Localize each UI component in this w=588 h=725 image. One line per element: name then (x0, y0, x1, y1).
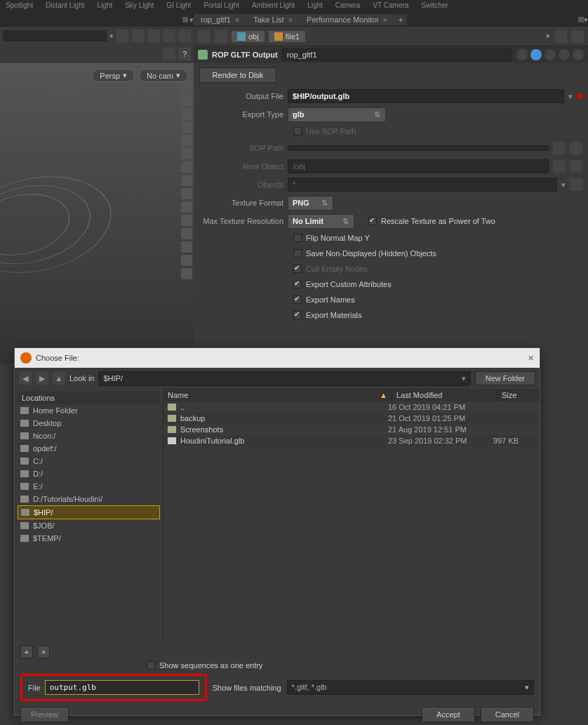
vp-tool-icon[interactable] (181, 148, 192, 159)
lock-icon[interactable] (147, 29, 160, 42)
ribbon-item[interactable]: Spotlight (0, 0, 39, 13)
file-chip[interactable]: file1 (269, 31, 305, 42)
vp-tool-icon[interactable] (181, 201, 192, 213)
nav-fwd-icon[interactable] (215, 30, 227, 43)
help-icon[interactable] (573, 49, 584, 60)
flip-checkbox[interactable] (293, 234, 302, 242)
col-size[interactable]: Size (497, 389, 540, 401)
location-item[interactable]: $TEMP/ (18, 532, 160, 545)
ribbon-item[interactable]: Switcher (415, 0, 453, 13)
file-row[interactable]: HoudiniTutorial.glb23 Sep 2019 02:32 PM9… (163, 435, 540, 446)
location-item[interactable]: Home Folder (18, 404, 160, 417)
dropdown-icon[interactable]: ▾ (568, 92, 573, 101)
cancel-button[interactable]: Cancel (481, 707, 534, 722)
nav-back-icon[interactable]: ◀ (19, 372, 32, 385)
vp-tool-icon[interactable] (181, 108, 192, 119)
jump-icon[interactable] (553, 142, 566, 154)
vp-tool-icon[interactable] (181, 241, 192, 253)
close-icon[interactable]: × (383, 15, 387, 24)
persp-dropdown[interactable]: Persp▾ (92, 69, 135, 82)
hidden-checkbox[interactable] (293, 249, 302, 258)
exp-names-checkbox[interactable] (293, 295, 302, 304)
ribbon-item[interactable]: Sky Light (119, 0, 159, 13)
file-row[interactable]: Screenshots21 Aug 2019 12:51 PM (163, 424, 540, 435)
ribbon-item[interactable]: Camera (330, 0, 366, 13)
option-icon[interactable] (163, 48, 175, 60)
file-row[interactable]: ..16 Oct 2019 04:21 PM (163, 401, 540, 413)
pane-menu-icon[interactable] (578, 17, 584, 22)
shade-icon[interactable] (178, 29, 191, 42)
vp-tool-icon[interactable] (181, 81, 192, 93)
output-file-input[interactable]: $HIP/output.glb (288, 89, 564, 103)
render-to-disk-button[interactable]: Render to Disk (199, 67, 276, 83)
search-icon[interactable] (544, 49, 556, 60)
jump-icon[interactable] (553, 160, 566, 173)
dropdown-icon[interactable]: ▾ (561, 180, 566, 189)
export-type-select[interactable]: glb⇅ (288, 107, 386, 122)
file-name-input[interactable] (45, 680, 199, 695)
add-location-button[interactable]: + (20, 646, 33, 658)
vp-tool-icon[interactable] (181, 135, 192, 146)
chooser-icon[interactable] (570, 160, 582, 173)
dropdown-icon[interactable]: ▾ (109, 32, 114, 41)
objects-input[interactable]: * (288, 178, 557, 192)
filter-select[interactable]: *.gltf, *.glb▾ (287, 680, 534, 695)
accept-button[interactable]: Accept (422, 707, 475, 722)
dropdown-icon[interactable]: ▾ (546, 32, 550, 41)
preview-button[interactable]: Preview (20, 707, 69, 722)
h-icon[interactable] (530, 49, 542, 60)
close-icon[interactable]: ✕ (528, 354, 534, 363)
lookin-input[interactable]: $HIP/▾ (98, 371, 470, 386)
rescale-checkbox[interactable] (368, 217, 377, 225)
location-item[interactable]: D:/ (18, 467, 160, 480)
ribbon-item[interactable]: Ambient Light (246, 0, 300, 13)
vp-tool-icon[interactable] (181, 268, 192, 279)
chooser-icon[interactable] (570, 142, 582, 154)
location-item[interactable]: C:/ (18, 455, 160, 467)
tab-take-list[interactable]: Take List× (246, 14, 300, 25)
obj-chip[interactable]: obj (232, 31, 265, 42)
close-icon[interactable]: × (288, 15, 293, 24)
col-name[interactable]: Name▲ (163, 389, 392, 401)
location-item[interactable]: E:/ (18, 480, 160, 493)
ribbon-item[interactable]: Portal Light (198, 0, 245, 13)
remove-location-button[interactable]: × (37, 646, 50, 658)
new-folder-button[interactable]: New Folder (475, 371, 535, 385)
pin-icon[interactable] (116, 29, 129, 42)
ribbon-item[interactable]: GI Light (161, 0, 196, 13)
location-item[interactable]: Desktop (18, 417, 160, 430)
file-row[interactable]: backup21 Oct 2019 01:25 PM (163, 413, 540, 424)
pin-icon[interactable] (554, 30, 567, 43)
pane-menu-icon[interactable] (182, 17, 188, 22)
vp-tool-icon[interactable] (181, 228, 192, 239)
exp-attr-checkbox[interactable] (293, 280, 302, 288)
node-name-input[interactable] (282, 48, 512, 61)
nav-back-icon[interactable] (198, 30, 211, 43)
vp-tool-icon[interactable] (181, 175, 192, 186)
ribbon-item[interactable]: Light (92, 0, 119, 13)
chooser-icon[interactable] (570, 178, 582, 191)
info-icon[interactable] (559, 49, 570, 60)
exp-mat-checkbox[interactable] (293, 311, 302, 319)
close-icon[interactable]: × (235, 15, 239, 24)
pane-tri-icon[interactable]: ▾ (584, 15, 588, 25)
col-modified[interactable]: Last Modified (392, 389, 497, 401)
vp-tool-icon[interactable] (181, 255, 192, 266)
location-item[interactable]: $HIP/ (18, 505, 160, 519)
max-tex-select[interactable]: No Limit⇅ (288, 214, 354, 229)
vp-tool-icon[interactable] (181, 188, 192, 199)
vp-tool-icon[interactable] (181, 215, 192, 226)
root-obj-input[interactable]: /obj (288, 159, 549, 173)
target-icon[interactable] (132, 29, 145, 42)
nav-fwd-icon[interactable]: ▶ (36, 372, 48, 385)
help-icon[interactable]: ? (178, 48, 191, 60)
vp-tool-icon[interactable] (181, 95, 192, 106)
nav-up-icon[interactable]: ▲ (53, 372, 65, 385)
display-icon[interactable] (163, 29, 175, 42)
location-item[interactable]: D:/Tutorials/Houdini/ (18, 493, 160, 505)
target-icon[interactable] (571, 30, 584, 43)
show-seq-checkbox[interactable] (147, 661, 155, 670)
vp-tool-icon[interactable] (181, 161, 192, 173)
ribbon-item[interactable]: Light (302, 0, 328, 13)
texture-format-select[interactable]: PNG⇅ (288, 196, 333, 211)
